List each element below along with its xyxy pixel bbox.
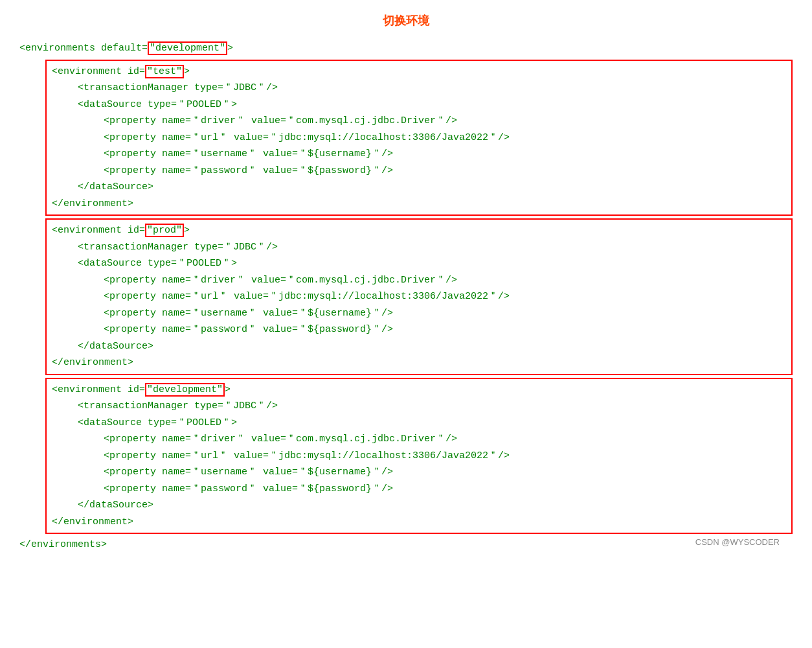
ds-dev-close: </dataSource>	[52, 497, 786, 514]
ds-dev-open: <dataSource type=＂POOLED＂>	[52, 415, 786, 432]
development-id-highlight: "development"	[145, 383, 225, 397]
prop-username-test: <property name=＂username＂ value=＂${usern…	[52, 146, 786, 163]
env-prod-open: <environment id="prod">	[52, 222, 786, 239]
env-test-block: <environment id="test"> <transactionMana…	[45, 60, 793, 216]
prop-username-prod: <property name=＂username＂ value=＂${usern…	[52, 305, 786, 322]
prop-password-prod: <property name=＂password＂ value=＂${passw…	[52, 321, 786, 338]
tm-prod: <transactionManager type=＂JDBC＂/>	[52, 239, 786, 256]
prop-url-prod: <property name=＂url＂ value=＂jdbc:mysql:/…	[52, 288, 786, 305]
default-highlight: "development"	[148, 41, 227, 55]
prod-id-highlight: "prod"	[145, 224, 184, 237]
prop-driver-prod: <property name=＂driver＂ value=＂com.mysql…	[52, 272, 786, 289]
env-test-close: </environment>	[52, 196, 786, 213]
prop-url-dev: <property name=＂url＂ value=＂jdbc:mysql:/…	[52, 448, 786, 465]
tm-dev: <transactionManager type=＂JDBC＂/>	[52, 398, 786, 415]
prop-driver-test: <property name=＂driver＂ value=＂com.mysql…	[52, 113, 786, 130]
ds-prod-close: </dataSource>	[52, 338, 786, 355]
prop-username-dev: <property name=＂username＂ value=＂${usern…	[52, 464, 786, 481]
prop-password-test: <property name=＂password＂ value=＂${passw…	[52, 163, 786, 179]
code-area: <environments default="development"> <en…	[19, 40, 793, 553]
environments-open: <environments default="development">	[19, 40, 793, 57]
env-dev-close: </environment>	[52, 514, 786, 531]
env-test-open: <environment id="test">	[52, 64, 786, 80]
env-prod-close: </environment>	[52, 354, 786, 371]
watermark: CSDN @WYSCODER	[695, 537, 780, 547]
main-container: 切换环境 <environments default="development"…	[19, 13, 793, 553]
env-prod-block: <environment id="prod"> <transactionMana…	[45, 218, 793, 375]
prop-password-dev: <property name=＂password＂ value=＂${passw…	[52, 481, 786, 498]
prop-driver-dev: <property name=＂driver＂ value=＂com.mysql…	[52, 431, 786, 448]
ds-prod-open: <dataSource type=＂POOLED＂>	[52, 255, 786, 272]
tm-test: <transactionManager type=＂JDBC＂/>	[52, 80, 786, 97]
page-title: 切换环境	[19, 13, 793, 29]
test-id-highlight: "test"	[145, 65, 184, 78]
ds-test-open: <dataSource type=＂POOLED＂>	[52, 97, 786, 113]
env-development-block: <environment id="development"> <transact…	[45, 378, 793, 535]
prop-url-test: <property name=＂url＂ value=＂jdbc:mysql:/…	[52, 130, 786, 146]
environments-close: </environments>	[19, 537, 793, 553]
ds-test-close: </dataSource>	[52, 179, 786, 196]
env-dev-open: <environment id="development">	[52, 382, 786, 399]
